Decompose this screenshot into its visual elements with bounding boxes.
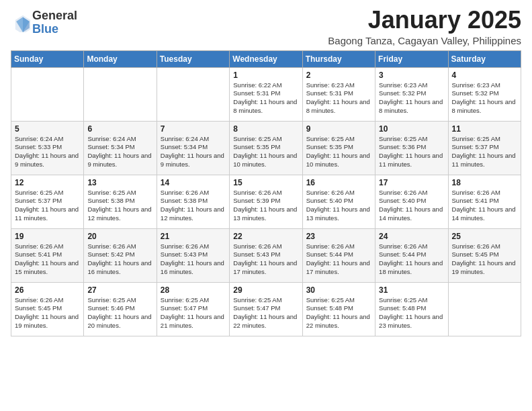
table-row: 30Sunrise: 6:25 AM Sunset: 5:48 PM Dayli… [302, 282, 375, 336]
table-row: 18Sunrise: 6:26 AM Sunset: 5:41 PM Dayli… [448, 175, 521, 228]
table-row: 1Sunrise: 6:22 AM Sunset: 5:31 PM Daylig… [230, 67, 302, 121]
table-row: 24Sunrise: 6:26 AM Sunset: 5:44 PM Dayli… [375, 228, 448, 282]
day-number: 15 [233, 178, 298, 187]
day-number: 17 [379, 178, 444, 187]
calendar-week-row: 12Sunrise: 6:25 AM Sunset: 5:37 PM Dayli… [11, 175, 521, 228]
day-content: Sunrise: 6:26 AM Sunset: 5:40 PM Dayligh… [379, 189, 444, 223]
table-row: 22Sunrise: 6:26 AM Sunset: 5:43 PM Dayli… [230, 228, 302, 282]
day-content: Sunrise: 6:25 AM Sunset: 5:46 PM Dayligh… [87, 296, 152, 330]
day-content: Sunrise: 6:22 AM Sunset: 5:31 PM Dayligh… [233, 81, 298, 116]
table-row: 17Sunrise: 6:26 AM Sunset: 5:40 PM Dayli… [375, 175, 448, 228]
day-content: Sunrise: 6:24 AM Sunset: 5:34 PM Dayligh… [87, 135, 152, 169]
location-title: Bagong Tanza, Cagayan Valley, Philippine… [328, 35, 521, 46]
table-row: 26Sunrise: 6:26 AM Sunset: 5:45 PM Dayli… [11, 282, 84, 336]
day-number: 19 [15, 232, 80, 241]
table-row: 4Sunrise: 6:23 AM Sunset: 5:32 PM Daylig… [448, 67, 521, 121]
day-number: 10 [379, 124, 444, 134]
day-content: Sunrise: 6:26 AM Sunset: 5:44 PM Dayligh… [379, 242, 444, 277]
col-thursday: Thursday [302, 50, 375, 67]
day-number: 14 [161, 178, 226, 187]
day-number: 4 [452, 71, 517, 80]
table-row [448, 282, 521, 336]
day-content: Sunrise: 6:26 AM Sunset: 5:45 PM Dayligh… [452, 242, 517, 277]
day-content: Sunrise: 6:25 AM Sunset: 5:37 PM Dayligh… [452, 135, 517, 169]
day-number: 22 [233, 232, 298, 241]
day-content: Sunrise: 6:25 AM Sunset: 5:47 PM Dayligh… [161, 296, 226, 330]
day-content: Sunrise: 6:26 AM Sunset: 5:41 PM Dayligh… [452, 189, 517, 223]
day-number: 28 [161, 285, 226, 295]
col-saturday: Saturday [448, 50, 521, 67]
day-content: Sunrise: 6:25 AM Sunset: 5:35 PM Dayligh… [306, 135, 371, 169]
table-row: 6Sunrise: 6:24 AM Sunset: 5:34 PM Daylig… [84, 121, 157, 175]
table-row: 28Sunrise: 6:25 AM Sunset: 5:47 PM Dayli… [157, 282, 229, 336]
day-number: 6 [87, 124, 152, 134]
day-number: 9 [306, 124, 371, 134]
col-monday: Monday [84, 50, 157, 67]
calendar-week-row: 26Sunrise: 6:26 AM Sunset: 5:45 PM Dayli… [11, 282, 521, 336]
logo-icon [13, 13, 32, 32]
day-number: 5 [15, 124, 80, 134]
day-content: Sunrise: 6:25 AM Sunset: 5:48 PM Dayligh… [379, 296, 444, 330]
table-row: 14Sunrise: 6:26 AM Sunset: 5:38 PM Dayli… [157, 175, 229, 228]
day-content: Sunrise: 6:26 AM Sunset: 5:39 PM Dayligh… [233, 189, 298, 223]
col-sunday: Sunday [11, 50, 84, 67]
day-content: Sunrise: 6:25 AM Sunset: 5:48 PM Dayligh… [306, 296, 371, 330]
calendar-header-row: Sunday Monday Tuesday Wednesday Thursday… [11, 50, 521, 67]
col-tuesday: Tuesday [157, 50, 229, 67]
day-number: 7 [161, 124, 226, 134]
day-number: 23 [306, 232, 371, 241]
table-row: 16Sunrise: 6:26 AM Sunset: 5:40 PM Dayli… [302, 175, 375, 228]
table-row: 21Sunrise: 6:26 AM Sunset: 5:43 PM Dayli… [157, 228, 229, 282]
day-content: Sunrise: 6:26 AM Sunset: 5:43 PM Dayligh… [161, 242, 226, 277]
day-number: 11 [452, 124, 517, 134]
day-number: 3 [379, 71, 444, 80]
day-number: 13 [87, 178, 152, 187]
logo-general: General [32, 9, 77, 23]
table-row [11, 67, 84, 121]
table-row: 27Sunrise: 6:25 AM Sunset: 5:46 PM Dayli… [84, 282, 157, 336]
table-row [84, 67, 157, 121]
day-number: 2 [306, 71, 371, 80]
day-content: Sunrise: 6:26 AM Sunset: 5:38 PM Dayligh… [161, 189, 226, 223]
day-content: Sunrise: 6:23 AM Sunset: 5:31 PM Dayligh… [306, 81, 371, 116]
day-number: 25 [452, 232, 517, 241]
day-content: Sunrise: 6:26 AM Sunset: 5:42 PM Dayligh… [87, 242, 152, 277]
day-number: 20 [87, 232, 152, 241]
table-row [157, 67, 229, 121]
table-row: 9Sunrise: 6:25 AM Sunset: 5:35 PM Daylig… [302, 121, 375, 175]
table-row: 25Sunrise: 6:26 AM Sunset: 5:45 PM Dayli… [448, 228, 521, 282]
logo-text: General Blue [32, 9, 77, 36]
day-number: 12 [15, 178, 80, 187]
day-content: Sunrise: 6:26 AM Sunset: 5:45 PM Dayligh… [15, 296, 80, 330]
table-row: 29Sunrise: 6:25 AM Sunset: 5:47 PM Dayli… [230, 282, 302, 336]
day-content: Sunrise: 6:24 AM Sunset: 5:33 PM Dayligh… [15, 135, 80, 169]
day-number: 27 [87, 285, 152, 295]
title-area: January 2025 Bagong Tanza, Cagayan Valle… [328, 7, 521, 46]
calendar: Sunday Monday Tuesday Wednesday Thursday… [11, 50, 521, 336]
day-content: Sunrise: 6:25 AM Sunset: 5:47 PM Dayligh… [233, 296, 298, 330]
day-number: 24 [379, 232, 444, 241]
table-row: 15Sunrise: 6:26 AM Sunset: 5:39 PM Dayli… [230, 175, 302, 228]
calendar-week-row: 19Sunrise: 6:26 AM Sunset: 5:41 PM Dayli… [11, 228, 521, 282]
day-number: 16 [306, 178, 371, 187]
table-row: 3Sunrise: 6:23 AM Sunset: 5:32 PM Daylig… [375, 67, 448, 121]
table-row: 23Sunrise: 6:26 AM Sunset: 5:44 PM Dayli… [302, 228, 375, 282]
day-number: 8 [233, 124, 298, 134]
calendar-week-row: 5Sunrise: 6:24 AM Sunset: 5:33 PM Daylig… [11, 121, 521, 175]
table-row: 8Sunrise: 6:25 AM Sunset: 5:35 PM Daylig… [230, 121, 302, 175]
day-number: 29 [233, 285, 298, 295]
logo-area: General Blue [11, 9, 77, 36]
day-number: 31 [379, 285, 444, 295]
day-content: Sunrise: 6:24 AM Sunset: 5:34 PM Dayligh… [161, 135, 226, 169]
table-row: 11Sunrise: 6:25 AM Sunset: 5:37 PM Dayli… [448, 121, 521, 175]
month-title: January 2025 [328, 7, 521, 34]
col-wednesday: Wednesday [230, 50, 302, 67]
day-content: Sunrise: 6:26 AM Sunset: 5:41 PM Dayligh… [15, 242, 80, 277]
table-row: 2Sunrise: 6:23 AM Sunset: 5:31 PM Daylig… [302, 67, 375, 121]
day-content: Sunrise: 6:26 AM Sunset: 5:43 PM Dayligh… [233, 242, 298, 277]
day-content: Sunrise: 6:23 AM Sunset: 5:32 PM Dayligh… [379, 81, 444, 116]
table-row: 12Sunrise: 6:25 AM Sunset: 5:37 PM Dayli… [11, 175, 84, 228]
col-friday: Friday [375, 50, 448, 67]
day-number: 21 [161, 232, 226, 241]
day-content: Sunrise: 6:25 AM Sunset: 5:36 PM Dayligh… [379, 135, 444, 169]
